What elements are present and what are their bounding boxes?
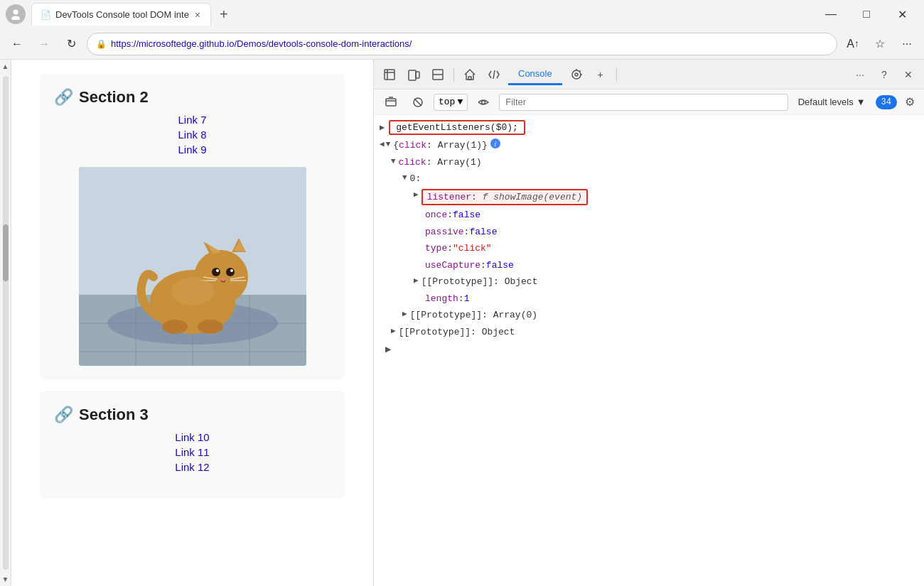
console-output-line-8: useCapture: false — [374, 257, 924, 274]
anchor-icon-s2: 🔗 — [54, 88, 73, 107]
svg-point-18 — [226, 268, 235, 276]
top-context-selector[interactable]: top ▼ — [434, 94, 468, 111]
address-bar[interactable]: 🔒 https://microsoftedge.github.io/Demos/… — [87, 33, 837, 55]
console-output-line-3: ▼ 0: — [374, 170, 924, 188]
favorites-button[interactable]: ☆ — [869, 33, 891, 55]
expand-proto1-arrow[interactable]: ▶ — [414, 275, 419, 287]
title-bar: 📄 DevTools Console tool DOM inte × + — □… — [0, 0, 924, 28]
sources-button[interactable] — [484, 65, 504, 85]
section-3-link-10[interactable]: Link 10 — [175, 431, 209, 443]
section-2-links: Link 7 Link 8 Link 9 — [54, 114, 331, 156]
section-2-link-7[interactable]: Link 7 — [178, 114, 206, 126]
lock-icon: 🔒 — [96, 39, 107, 49]
obj-preview: {click: Array(1)} — [393, 139, 488, 153]
home-button[interactable] — [460, 65, 480, 85]
close-button[interactable]: ✕ — [886, 4, 918, 25]
expand-proto3-arrow[interactable]: ▶ — [391, 325, 396, 337]
svg-line-37 — [493, 70, 495, 79]
block-button[interactable] — [407, 94, 429, 111]
debugger-button[interactable] — [566, 65, 586, 85]
svg-point-21 — [221, 278, 225, 281]
expand-obj-arrow[interactable]: ▼ — [386, 139, 391, 151]
expand-0-arrow[interactable]: ▼ — [402, 172, 407, 184]
tab-title: DevTools Console tool DOM inte — [55, 9, 189, 20]
expand-click-arrow[interactable]: ▼ — [391, 156, 396, 168]
console-output-line-10: length: 1 — [374, 291, 924, 308]
device-toolbar-button[interactable] — [404, 65, 424, 85]
nav-bar: ← → ↻ 🔒 https://microsoftedge.github.io/… — [0, 28, 924, 60]
expand-listener-arrow[interactable]: ▶ — [414, 189, 419, 201]
section-3-link-11[interactable]: Link 11 — [175, 446, 209, 458]
devtools-panel: Console + ··· ? ✕ — [374, 60, 924, 586]
svg-rect-29 — [385, 70, 394, 80]
filter-input[interactable] — [499, 94, 788, 111]
message-count-badge: 34 — [876, 95, 897, 109]
console-tab[interactable]: Console — [508, 64, 562, 85]
console-cursor-line[interactable]: ▶ — [374, 340, 924, 358]
svg-point-19 — [216, 269, 219, 272]
svg-line-41 — [579, 70, 580, 71]
scroll-thumb[interactable] — [3, 224, 9, 281]
console-prompt-arrow: ▶ — [385, 343, 391, 355]
scroll-down-arrow[interactable]: ▼ — [0, 573, 11, 586]
console-output-line-2: ▼ click: Array(1) — [374, 154, 924, 171]
active-tab[interactable]: 📄 DevTools Console tool DOM inte × — [31, 3, 211, 26]
new-tab-button[interactable]: + — [214, 4, 234, 26]
section-2-title: 🔗 Section 2 — [54, 88, 331, 107]
section-2-link-9[interactable]: Link 9 — [178, 143, 206, 156]
console-output-line-9: ▶ [[Prototype]]: Object — [374, 273, 924, 291]
levels-arrow: ▼ — [856, 97, 866, 107]
section-3-title: 🔗 Section 3 — [54, 406, 331, 424]
svg-point-17 — [212, 268, 220, 276]
inspect-element-button[interactable] — [380, 65, 399, 85]
minimize-button[interactable]: — — [815, 4, 847, 25]
section-3-link-12[interactable]: Link 12 — [175, 461, 209, 473]
clear-console-button[interactable] — [380, 94, 402, 111]
console-output-line-7: type: "click" — [374, 240, 924, 257]
read-aloud-button[interactable]: A↑ — [842, 33, 864, 55]
console-toolbar: top ▼ Default levels ▼ 34 ⚙ — [374, 89, 924, 115]
back-button[interactable]: ← — [6, 33, 28, 55]
scroll-track[interactable] — [3, 76, 9, 570]
console-output-line-1: ◀ ▼ {click: Array(1)} i — [374, 137, 924, 154]
eye-button[interactable] — [472, 94, 495, 111]
svg-rect-36 — [468, 77, 471, 80]
svg-point-48 — [482, 100, 485, 104]
close-devtools-button[interactable]: ✕ — [898, 65, 918, 85]
profile-icon[interactable] — [6, 4, 26, 24]
tab-area: 📄 DevTools Console tool DOM inte × + — [31, 3, 809, 26]
maximize-button[interactable]: □ — [850, 4, 883, 25]
console-input-line[interactable]: getEventListeners($0); — [389, 120, 525, 135]
toolbar-separator-2 — [616, 67, 617, 82]
page-scrollbar[interactable]: ▲ ▼ — [0, 60, 11, 586]
svg-point-26 — [171, 277, 214, 305]
expand-proto2-arrow[interactable]: ▶ — [402, 308, 407, 320]
section-2-link-8[interactable]: Link 8 — [178, 129, 206, 141]
section-3-links: Link 10 Link 11 Link 12 — [54, 431, 331, 473]
elements-button[interactable] — [428, 65, 448, 85]
default-levels-button[interactable]: Default levels ▼ — [793, 94, 871, 111]
console-output-line-6: passive: false — [374, 224, 924, 241]
more-button[interactable]: ··· — [896, 33, 918, 55]
svg-line-47 — [414, 99, 421, 106]
scroll-up-arrow[interactable]: ▲ — [0, 60, 11, 73]
info-badge[interactable]: i — [490, 139, 500, 148]
section-2-box: 🔗 Section 2 Link 7 Link 8 Link 9 — [40, 74, 345, 380]
svg-point-0 — [14, 10, 18, 15]
console-output: ▶ getEventListeners($0); ◀ ▼ {click: Arr… — [374, 115, 924, 586]
top-context-arrow: ▼ — [457, 97, 463, 107]
tab-close-button[interactable]: × — [193, 8, 202, 22]
svg-rect-32 — [409, 70, 416, 80]
add-tab-button[interactable]: + — [591, 65, 611, 85]
refresh-button[interactable]: ↻ — [60, 33, 82, 55]
cat-image — [79, 167, 306, 366]
back-arrow-icon[interactable]: ◀ — [380, 139, 385, 151]
console-output-line-4: ▶ listener: f showImage(event) — [374, 188, 924, 207]
help-button[interactable]: ? — [874, 65, 894, 85]
listener-highlight: listener: f showImage(event) — [421, 189, 588, 206]
console-settings-button[interactable]: ⚙ — [901, 94, 918, 111]
console-output-line-12: ▶ [[Prototype]]: Object — [374, 324, 924, 341]
console-output-line-11: ▶ [[Prototype]]: Array(0) — [374, 307, 924, 324]
more-tabs-button[interactable]: ··· — [850, 65, 870, 85]
toolbar-separator-1 — [453, 67, 454, 82]
